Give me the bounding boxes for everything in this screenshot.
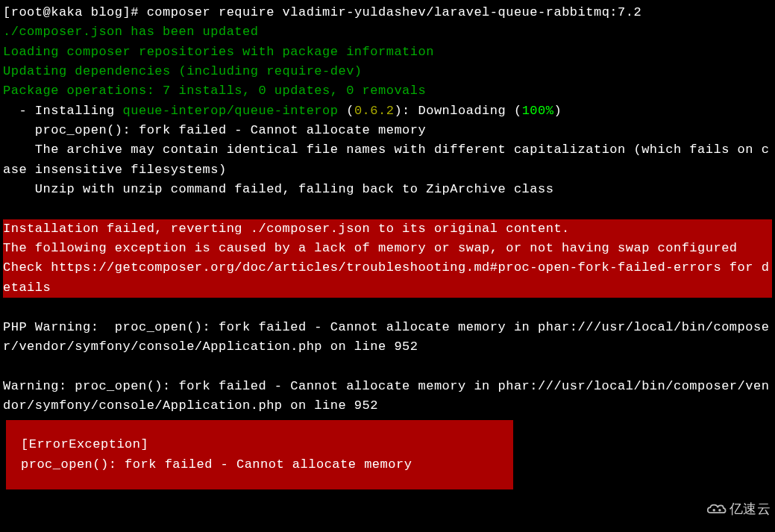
- install-line: - Installing queue-interop/queue-interop…: [3, 101, 772, 121]
- download-percent: 100%: [522, 104, 554, 118]
- svg-point-0: [712, 509, 715, 512]
- cloud-icon: [706, 502, 727, 517]
- command-text: composer require vladimir-yuldashev/lara…: [147, 5, 642, 19]
- php-warning-1: PHP Warning: proc_open(): fork failed - …: [3, 318, 772, 357]
- composer-updated: ./composer.json has been updated: [3, 22, 772, 42]
- composer-operations: Package operations: 7 installs, 0 update…: [3, 81, 772, 101]
- proc-open-error: proc_open(): fork failed - Cannot alloca…: [3, 121, 772, 140]
- blank-line: [3, 199, 772, 219]
- watermark: 亿速云: [706, 499, 771, 520]
- exception-message: proc_open(): fork failed - Cannot alloca…: [21, 455, 498, 475]
- archive-warning: The archive may contain identical file n…: [3, 140, 772, 180]
- error-check-url: Check https://getcomposer.org/doc/articl…: [3, 258, 772, 298]
- blank-line: [3, 298, 772, 317]
- svg-point-1: [718, 509, 721, 512]
- prompt-prefix: [root@kaka blog]#: [3, 5, 139, 19]
- error-memory-cause: The following exception is caused by a l…: [3, 239, 772, 258]
- package-version: 0.6.2: [354, 104, 395, 118]
- package-name: queue-interop/queue-interop: [123, 104, 339, 118]
- php-warning-2: Warning: proc_open(): fork failed - Cann…: [3, 377, 772, 416]
- exception-title: [ErrorException]: [21, 435, 498, 454]
- error-install-failed: Installation failed, reverting ./compose…: [3, 219, 772, 239]
- composer-loading: Loading composer repositories with packa…: [3, 43, 772, 62]
- terminal-output: [root@kaka blog]# composer require vladi…: [3, 3, 772, 489]
- watermark-text: 亿速云: [729, 499, 771, 520]
- error-block: Installation failed, reverting ./compose…: [3, 219, 772, 298]
- exception-box: [ErrorException] proc_open(): fork faile…: [6, 420, 513, 489]
- blank-line: [3, 357, 772, 376]
- unzip-fallback: Unzip with unzip command failed, falling…: [3, 180, 772, 199]
- composer-updating: Updating dependencies (including require…: [3, 62, 772, 81]
- command-prompt-line: [root@kaka blog]# composer require vladi…: [3, 3, 772, 22]
